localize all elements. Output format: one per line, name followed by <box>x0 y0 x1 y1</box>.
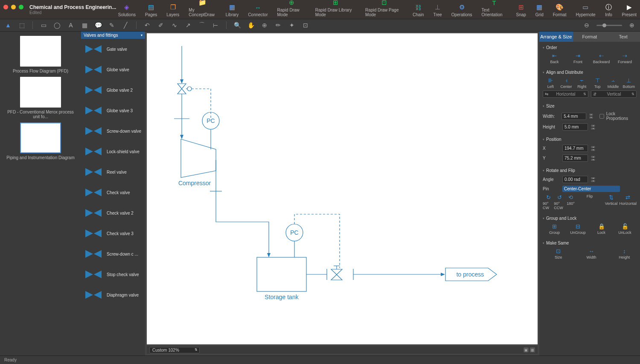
right-button[interactable]: ⫟Right <box>574 77 590 89</box>
shape-check-valve-3[interactable]: Check valve 3 <box>81 223 145 244</box>
ribbon-rapid-draw-page-mode[interactable]: ⊡Rapid Draw Page Mode <box>365 0 403 17</box>
center-button[interactable]: ⫞Center <box>559 77 574 89</box>
dimension-tool[interactable]: ⊢ <box>212 21 219 29</box>
page-thumb[interactable]: PFD - Conventional Merox process unit fo… <box>4 77 77 119</box>
back-button[interactable]: ⇤Back <box>543 52 566 64</box>
canvas[interactable]: PC Compressor Storage tank PC <box>147 33 538 344</box>
size-button[interactable]: ⊡Size <box>546 248 570 259</box>
shape-check-valve[interactable]: Check valve <box>81 182 145 203</box>
tab-arrange[interactable]: Arrange & Size <box>539 32 573 42</box>
ribbon-snap[interactable]: ⊞Snap <box>516 3 526 17</box>
magic-tool[interactable]: ✦ <box>288 21 296 29</box>
vertical-button[interactable]: ⇅Vertical <box>603 194 619 210</box>
line-tool[interactable]: ╱ <box>122 21 129 29</box>
table-tool[interactable]: ▦ <box>81 21 88 29</box>
bezier-tool[interactable]: ✐ <box>157 21 165 29</box>
horizontal-button[interactable]: ⇄Horizontal <box>619 194 637 210</box>
position-header[interactable]: Position <box>543 135 637 143</box>
close-window[interactable] <box>3 5 8 9</box>
ribbon-layers[interactable]: ❐Layers <box>166 3 179 17</box>
size-header[interactable]: Size <box>543 102 637 110</box>
y-input[interactable]: 75.2 mm <box>562 154 588 162</box>
90-cw-button[interactable]: ↻90° CW <box>543 194 554 210</box>
ribbon-hypernote[interactable]: ▭Hypernote <box>576 3 595 17</box>
distribute-vertical[interactable]: ⇵Vertical <box>591 90 637 98</box>
maximize-window[interactable] <box>19 5 23 9</box>
shape-globe-valve-3[interactable]: Globe valve 3 <box>81 100 145 121</box>
group-button[interactable]: ⊞Group <box>543 223 566 235</box>
ribbon-operations[interactable]: ⚙Operations <box>451 3 472 17</box>
backward-button[interactable]: ⇠Backward <box>590 52 613 64</box>
pan-tool[interactable]: ✋ <box>247 21 255 29</box>
shape-screw-down-valve[interactable]: Screw-down valve <box>81 121 145 141</box>
middle-button[interactable]: ⫠Middle <box>605 77 621 89</box>
top-button[interactable]: ⊤Top <box>590 77 605 89</box>
ribbon-pages[interactable]: ▤Pages <box>145 3 157 17</box>
ribbon-connector[interactable]: ↔Connector <box>248 3 268 17</box>
spline-tool[interactable]: ∿ <box>171 21 178 29</box>
zoom-out[interactable]: ⊖ <box>583 21 591 29</box>
y-stepper[interactable]: ▴▾ <box>591 155 596 161</box>
ribbon-tree[interactable]: ⊥Tree <box>433 3 442 17</box>
angle-stepper[interactable]: ▴▾ <box>591 177 596 183</box>
width-stepper[interactable]: ▴▾ <box>589 113 593 119</box>
connector-tool[interactable]: ↗ <box>184 21 192 29</box>
same-header[interactable]: Make Same <box>543 239 637 247</box>
order-header[interactable]: Order <box>543 44 637 52</box>
shape-globe-valve[interactable]: Globe valve <box>81 59 145 80</box>
crop-tool[interactable]: ⊡ <box>302 21 309 29</box>
zoom-in[interactable]: ⊕ <box>628 21 636 29</box>
callout-tool[interactable]: 💬 <box>94 21 102 29</box>
ribbon-solutions[interactable]: ◈Solutions <box>118 3 136 17</box>
tab-format[interactable]: Format <box>573 32 607 42</box>
width-input[interactable]: 5.4 mm <box>561 113 586 120</box>
view-mode-1[interactable]: ▣ <box>524 347 529 352</box>
ribbon-rapid-draw-mode[interactable]: ⊕Rapid Draw Mode <box>277 0 306 17</box>
view-mode-2[interactable]: ▦ <box>530 347 535 352</box>
angle-input[interactable]: 0.00 rad <box>562 176 588 183</box>
ribbon-grid[interactable]: ▦Grid <box>535 3 544 17</box>
zoom-select[interactable]: Custom 102% <box>149 347 200 353</box>
pencil-tool[interactable]: ✎ <box>108 21 116 29</box>
rectangle-tool[interactable]: ▭ <box>40 21 47 29</box>
ribbon-present[interactable]: ▶Present <box>622 3 637 17</box>
width-button[interactable]: ↔Width <box>579 248 603 259</box>
shape-check-valve-2[interactable]: Check valve 2 <box>81 203 145 223</box>
x-stepper[interactable]: ▴▾ <box>591 146 596 151</box>
text-tool[interactable]: A <box>67 21 75 29</box>
shape-gate-valve[interactable]: Gate valve <box>81 39 145 59</box>
eyedropper-tool[interactable]: ✏ <box>274 21 282 29</box>
stamp-tool[interactable]: ⊕ <box>261 21 268 29</box>
shape-lock-shield-valve[interactable]: Lock-shield valve <box>81 141 145 162</box>
shape-diaphragm-valve[interactable]: Diaphragm valve <box>81 285 145 305</box>
minimize-window[interactable] <box>11 5 16 9</box>
ribbon-rapid-draw-library-mode[interactable]: ⊞Rapid Draw Library Mode <box>315 0 356 17</box>
ribbon-text-orientation[interactable]: TText Orientation <box>482 0 507 17</box>
undo-tool[interactable]: ↶ <box>143 21 151 29</box>
ungroup-button[interactable]: ⊟UnGroup <box>566 223 590 235</box>
distribute-horizontal[interactable]: ⇆Horizontal <box>543 90 588 98</box>
lock-proportions-checkbox[interactable] <box>599 114 604 119</box>
height-stepper[interactable]: ▴▾ <box>591 124 596 130</box>
arc-tool[interactable]: ⌒ <box>198 21 206 29</box>
left-button[interactable]: ⊪Left <box>543 77 559 89</box>
rotate-header[interactable]: Rotate and Flip <box>543 166 637 175</box>
zoom-slider[interactable] <box>596 25 622 26</box>
shape-screw-down-c-[interactable]: Screw-down c ... <box>81 244 145 264</box>
pointer-tool[interactable]: ▲ <box>4 21 12 29</box>
ribbon-chain[interactable]: ⛓Chain <box>413 3 424 17</box>
shape-reel-valve[interactable]: Reel valve <box>81 162 145 182</box>
forward-button[interactable]: ⇢Forward <box>613 52 637 64</box>
bottom-button[interactable]: ⊥Bottom <box>621 77 637 89</box>
library-header[interactable]: Valves and fittings <box>81 32 145 39</box>
shape-stop-check-valve[interactable]: Stop check valve <box>81 264 145 285</box>
height-input[interactable]: 5.0 mm <box>562 123 588 131</box>
x-input[interactable]: 194.7 mm <box>562 145 588 152</box>
ribbon-library[interactable]: ▦Library <box>226 3 239 17</box>
shape-globe-valve-2[interactable]: Globe valve 2 <box>81 80 145 100</box>
align-header[interactable]: Align and Distribute <box>543 68 637 76</box>
search-tool[interactable]: 🔍 <box>233 21 241 29</box>
tab-text[interactable]: Text <box>606 32 640 42</box>
lock-button[interactable]: 🔒Lock <box>590 223 613 235</box>
page-thumb[interactable]: Process Flow Diagram (PFD) <box>4 36 77 73</box>
